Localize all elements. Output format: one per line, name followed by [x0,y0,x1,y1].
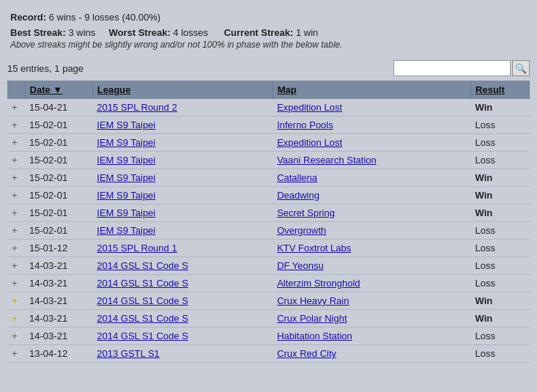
league-cell: 2014 GSL S1 Code S [92,310,273,328]
league-cell: IEM S9 Taipei [92,152,273,169]
map-link[interactable]: Crux Polar Night [277,313,347,324]
result-cell: Loss [471,275,530,292]
header-section: Record: 6 wins - 9 losses (40.00%) Best … [7,7,530,59]
map-cell: DF Yeonsu [273,257,470,275]
date-cell: 15-04-21 [25,99,92,117]
map-cell: Secret Spring [273,204,470,222]
map-cell: Vaani Research Station [273,152,470,169]
date-sort-link[interactable]: Date ▼ [30,84,63,95]
map-link[interactable]: Expedition Lost [277,102,342,113]
expand-cell[interactable]: + [7,310,25,328]
result-cell: Win [471,169,530,187]
map-link[interactable]: KTV Foxtrot Labs [277,243,351,254]
league-sort-link[interactable]: League [97,84,131,95]
record-line: Record: 6 wins - 9 losses (40.00%) [10,12,527,23]
map-cell: Crux Heavy Rain [273,292,470,310]
result-cell: Loss [471,134,530,152]
map-link[interactable]: Overgrowth [277,225,326,236]
expand-cell[interactable]: + [7,222,25,240]
table-row: +15-02-01IEM S9 TaipeiSecret SpringWin [7,204,530,222]
league-link[interactable]: IEM S9 Taipei [97,119,155,130]
date-cell: 15-02-01 [25,117,92,134]
league-link[interactable]: IEM S9 Taipei [97,155,155,166]
col-date-header[interactable]: Date ▼ [25,81,92,99]
league-link[interactable]: IEM S9 Taipei [97,137,155,148]
col-result-header[interactable]: Result [471,81,530,99]
result-cell: Loss [471,345,530,363]
league-link[interactable]: 2015 SPL Round 1 [97,243,177,254]
league-link[interactable]: 2014 GSL S1 Code S [97,330,188,341]
league-link[interactable]: IEM S9 Taipei [97,172,155,183]
streak-line: Best Streak: 3 wins Worst Streak: 4 loss… [10,27,527,38]
expand-cell[interactable]: + [7,117,25,134]
result-cell: Win [471,99,530,117]
date-cell: 14-03-21 [25,292,92,310]
league-link[interactable]: 2013 GSTL S1 [97,348,160,359]
expand-cell[interactable]: + [7,99,25,117]
table-body: +15-04-212015 SPL Round 2Expedition Lost… [7,99,530,363]
expand-cell[interactable]: + [7,169,25,187]
table-row: +15-02-01IEM S9 TaipeiDeadwingWin [7,187,530,204]
table-row: +15-02-01IEM S9 TaipeiCatallenaWin [7,169,530,187]
date-cell: 13-04-12 [25,345,92,363]
map-link[interactable]: Catallena [277,172,317,183]
map-link[interactable]: Alterzim Stronghold [277,278,360,289]
record-value: 6 wins - 9 losses (40.00%) [49,12,160,23]
map-link[interactable]: Inferno Pools [277,119,333,130]
league-link[interactable]: IEM S9 Taipei [97,225,155,236]
map-link[interactable]: Expedition Lost [277,137,342,148]
search-button[interactable]: 🔍 [512,60,530,76]
result-cell: Win [471,204,530,222]
map-cell: Expedition Lost [273,99,470,117]
table-row: +14-03-212014 GSL S1 Code SAlterzim Stro… [7,275,530,292]
league-cell: IEM S9 Taipei [92,134,273,152]
expand-cell[interactable]: + [7,187,25,204]
league-cell: 2013 GSTL S1 [92,345,273,363]
league-cell: IEM S9 Taipei [92,204,273,222]
expand-cell[interactable]: + [7,328,25,345]
map-link[interactable]: Secret Spring [277,207,335,218]
col-map-header[interactable]: Map [273,81,470,99]
league-link[interactable]: 2014 GSL S1 Code S [97,260,188,271]
search-input[interactable] [393,60,511,76]
expand-cell[interactable]: + [7,292,25,310]
expand-cell[interactable]: + [7,204,25,222]
result-cell: Win [471,310,530,328]
map-link[interactable]: Vaani Research Station [277,155,377,166]
best-streak-value: 3 wins [69,27,96,38]
map-cell: Catallena [273,169,470,187]
table-row: +14-03-212014 GSL S1 Code SCrux Polar Ni… [7,310,530,328]
league-link[interactable]: 2014 GSL S1 Code S [97,295,188,306]
map-cell: Expedition Lost [273,134,470,152]
streak-note: Above streaks might be slightly wrong an… [10,40,527,50]
table-header-row: Date ▼ League Map Result [7,81,530,99]
map-sort-link[interactable]: Map [278,84,297,95]
map-link[interactable]: Crux Heavy Rain [277,295,349,306]
league-link[interactable]: IEM S9 Taipei [97,207,155,218]
map-link[interactable]: DF Yeonsu [277,260,324,271]
table-row: +15-02-01IEM S9 TaipeiVaani Research Sta… [7,152,530,169]
result-cell: Win [471,292,530,310]
league-link[interactable]: 2015 SPL Round 2 [97,102,177,113]
map-link[interactable]: Deadwing [277,190,319,201]
map-link[interactable]: Crux Red City [277,348,336,359]
league-link[interactable]: IEM S9 Taipei [97,190,155,201]
table-row: +15-04-212015 SPL Round 2Expedition Lost… [7,99,530,117]
expand-cell[interactable]: + [7,134,25,152]
worst-streak-value: 4 losses [173,27,208,38]
expand-cell[interactable]: + [7,240,25,257]
league-cell: IEM S9 Taipei [92,187,273,204]
result-sort-link[interactable]: Result [475,84,505,95]
expand-cell[interactable]: + [7,345,25,363]
expand-cell[interactable]: + [7,275,25,292]
league-link[interactable]: 2014 GSL S1 Code S [97,278,188,289]
map-link[interactable]: Habitation Station [277,330,352,341]
date-cell: 14-03-21 [25,328,92,345]
date-cell: 14-03-21 [25,257,92,275]
league-link[interactable]: 2014 GSL S1 Code S [97,313,188,324]
result-cell: Loss [471,152,530,169]
expand-cell[interactable]: + [7,152,25,169]
toolbar: 15 entries, 1 page 🔍 [7,59,530,78]
expand-cell[interactable]: + [7,257,25,275]
col-league-header[interactable]: League [92,81,273,99]
